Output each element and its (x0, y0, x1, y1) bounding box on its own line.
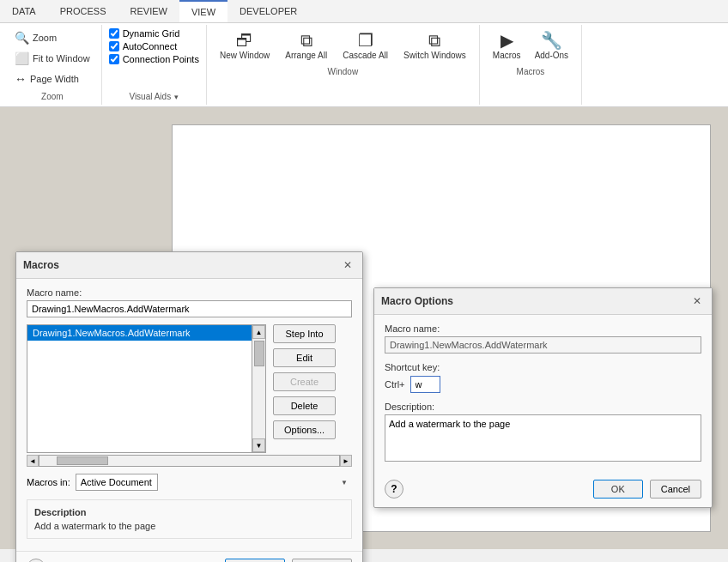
macros-dialog-title-bar[interactable]: Macros ✕ (16, 252, 362, 279)
macros-footer-buttons: Run Cancel (225, 559, 352, 562)
edit-button[interactable]: Edit (273, 348, 336, 367)
tab-view[interactable]: VIEW (179, 0, 228, 22)
zoom-group: 🔍 Zoom ⬜ Fit to Window ↔ Page Width Zoom (3, 25, 102, 105)
ribbon: DATA PROCESS REVIEW VIEW DEVELOPER 🔍 Zoo… (0, 0, 728, 107)
visual-aids-expand-icon[interactable]: ▾ (174, 93, 179, 101)
fit-to-window-btn[interactable]: ⬜ Fit to Window (10, 49, 94, 68)
create-button[interactable]: Create (273, 372, 336, 391)
macro-list[interactable]: Drawing1.NewMacros.AddWatermark (27, 324, 252, 453)
new-window-icon: 🗗 (236, 32, 253, 49)
mo-macro-name-label: Macro name: (385, 323, 701, 334)
visual-aids-group-label: Visual Aids (129, 92, 171, 101)
macros-group: ▶ Macros 🔧 Add-Ons Macros (480, 25, 582, 105)
scroll-thumb[interactable] (254, 341, 264, 366)
macros-dialog-footer: ? Run Cancel (16, 551, 362, 562)
zoom-btn[interactable]: 🔍 Zoom (10, 28, 61, 47)
shortcut-row: Ctrl+ (385, 376, 701, 393)
scroll-up-arrow[interactable]: ▲ (252, 325, 265, 339)
page-width-icon: ↔ (15, 72, 27, 86)
macro-name-label: Macro name: (27, 287, 352, 298)
macros-dialog-close-button[interactable]: ✕ (340, 257, 355, 273)
add-ons-icon: 🔧 (541, 32, 562, 49)
macros-in-row: Macros in: Active Document (27, 474, 352, 491)
switch-windows-icon: ⧉ (428, 32, 440, 49)
window-group: 🗗 New Window ⧉ Arrange All ❐ Cascade All… (207, 25, 480, 105)
zoom-group-label: Zoom (41, 92, 64, 101)
window-group-label: Window (328, 67, 359, 76)
visual-aids-group: Dynamic Grid AutoConnect Connection Poin… (102, 25, 207, 105)
horizontal-scrollbar[interactable] (39, 455, 340, 467)
macro-options-title: Macro Options (381, 295, 453, 307)
macros-help-button[interactable]: ? (27, 559, 46, 562)
ribbon-content: 🔍 Zoom ⬜ Fit to Window ↔ Page Width Zoom (0, 23, 728, 106)
page-width-btn[interactable]: ↔ Page Width (10, 69, 83, 88)
scroll-left-arrow[interactable]: ◄ (27, 455, 39, 467)
macros-group-label: Macros (517, 67, 545, 76)
macro-list-scrollbar[interactable]: ▲ ▼ (252, 324, 266, 453)
arrange-all-btn[interactable]: ⧉ Arrange All (279, 28, 333, 63)
dynamic-grid-checkbox[interactable]: Dynamic Grid (109, 28, 180, 39)
scroll-down-arrow[interactable]: ▼ (252, 438, 265, 452)
ok-button[interactable]: OK (593, 480, 643, 499)
macro-list-container: Drawing1.NewMacros.AddWatermark ▲ ▼ (27, 324, 266, 453)
mo-shortcut-label: Shortcut key: (385, 362, 701, 372)
tab-process[interactable]: PROCESS (48, 0, 118, 22)
macro-name-input[interactable] (27, 300, 352, 317)
macro-action-buttons: Step Into Edit Create Delete Options... (273, 324, 336, 453)
macros-cancel-button[interactable]: Cancel (292, 559, 352, 562)
macros-dialog-title: Macros (23, 259, 59, 271)
macros-in-label: Macros in: (27, 477, 70, 487)
tab-developer[interactable]: DEVELOPER (228, 0, 309, 22)
tab-data[interactable]: DATA (0, 0, 48, 22)
horiz-scroll-thumb[interactable] (57, 456, 108, 465)
connection-points-checkbox[interactable]: Connection Points (109, 54, 199, 64)
macro-options-dialog: Macro Options ✕ Macro name: Shortcut key… (373, 287, 713, 508)
macro-options-help-button[interactable]: ? (385, 480, 403, 499)
macro-list-section: Drawing1.NewMacros.AddWatermark ▲ ▼ Step… (27, 324, 352, 453)
ctrl-label: Ctrl+ (385, 379, 405, 390)
main-canvas-area: Macros ✕ Macro name: Drawing1.NewMacros.… (0, 107, 728, 549)
macros-in-select-wrapper: Active Document (76, 474, 352, 491)
macros-dialog: Macros ✕ Macro name: Drawing1.NewMacros.… (15, 251, 363, 562)
mo-description-textarea[interactable]: Add a watermark to the page (385, 414, 701, 462)
ribbon-tab-bar: DATA PROCESS REVIEW VIEW DEVELOPER (0, 0, 728, 23)
cascade-icon: ❐ (358, 32, 373, 49)
macros-btn[interactable]: ▶ Macros (487, 28, 527, 63)
macro-options-footer: ? OK Cancel (374, 473, 712, 507)
tab-review[interactable]: REVIEW (118, 0, 179, 22)
mo-description-label: Description: (385, 402, 701, 412)
options-button[interactable]: Options... (273, 420, 336, 439)
mo-macro-name-input (385, 336, 701, 354)
description-text: Add a watermark to the page (34, 521, 344, 531)
shortcut-key-input[interactable] (410, 376, 440, 393)
autoconnect-checkbox[interactable]: AutoConnect (109, 41, 178, 51)
macros-icon: ▶ (500, 32, 513, 49)
step-into-button[interactable]: Step Into (273, 324, 336, 343)
add-ons-btn[interactable]: 🔧 Add-Ons (529, 28, 574, 63)
delete-button[interactable]: Delete (273, 396, 336, 415)
macro-options-title-bar[interactable]: Macro Options ✕ (374, 288, 712, 315)
new-window-btn[interactable]: 🗗 New Window (214, 28, 276, 63)
macros-dialog-body: Macro name: Drawing1.NewMacros.AddWaterm… (16, 279, 362, 547)
scroll-right-arrow[interactable]: ► (340, 455, 352, 467)
mo-footer-buttons: OK Cancel (593, 480, 701, 499)
zoom-icon: 🔍 (15, 31, 29, 45)
mo-cancel-button[interactable]: Cancel (650, 480, 701, 499)
cascade-all-btn[interactable]: ❐ Cascade All (337, 28, 394, 63)
macros-in-select[interactable]: Active Document (76, 474, 158, 491)
macro-options-close-button[interactable]: ✕ (689, 293, 705, 309)
horizontal-scrollbar-row: ◄ ► (27, 455, 352, 467)
macro-options-body: Macro name: Shortcut key: Ctrl+ Descript… (374, 315, 712, 473)
fit-window-icon: ⬜ (15, 51, 29, 65)
run-button[interactable]: Run (225, 559, 285, 562)
macro-list-item[interactable]: Drawing1.NewMacros.AddWatermark (27, 325, 252, 341)
description-section: Description Add a watermark to the page (27, 499, 352, 539)
description-title: Description (34, 507, 344, 517)
switch-windows-btn[interactable]: ⧉ Switch Windows (397, 28, 472, 63)
arrange-all-icon: ⧉ (300, 32, 312, 49)
